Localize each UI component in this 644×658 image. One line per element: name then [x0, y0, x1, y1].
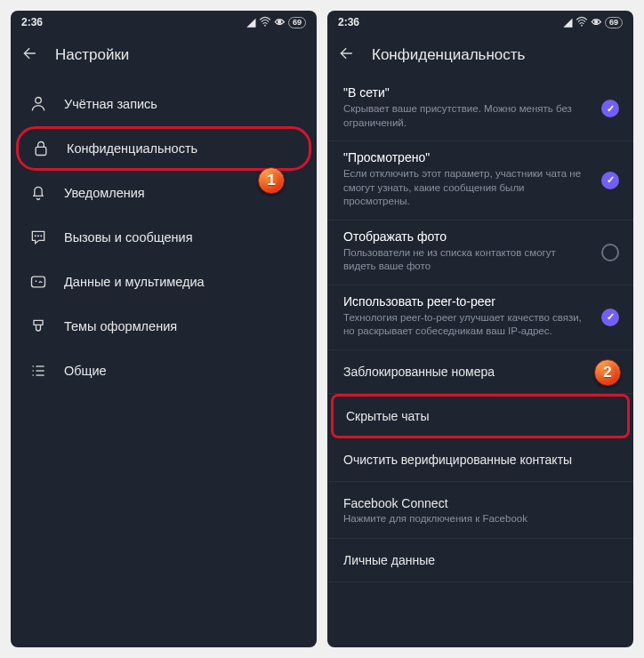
menu-label: Общие: [64, 364, 107, 378]
menu-label: Вызовы и сообщения: [64, 230, 193, 245]
setting-title: "В сети": [343, 85, 617, 100]
status-right: ◢ 👁 69: [564, 16, 623, 29]
back-icon[interactable]: [21, 44, 39, 66]
vibrate-icon: 👁: [275, 17, 285, 28]
setting-photo[interactable]: Отображать фото Пользователи не из списк…: [327, 221, 633, 285]
row-label: Facebook Connect: [343, 496, 617, 510]
status-bar: 2:36 ◢ 👁 69: [11, 11, 317, 34]
page-title: Конфиденциальность: [372, 46, 525, 64]
menu-label: Темы оформления: [64, 319, 177, 333]
svg-point-10: [32, 374, 34, 376]
wifi-icon: [259, 16, 271, 29]
menu-media[interactable]: Данные и мультимедиа: [11, 260, 317, 304]
row-blocked[interactable]: Заблокированные номера: [327, 350, 633, 394]
signal-icon: ◢: [247, 16, 255, 28]
row-facebook[interactable]: Facebook Connect Нажмите для подключения…: [327, 482, 633, 539]
menu-privacy[interactable]: Конфиденциальность: [16, 126, 311, 171]
media-icon: [28, 272, 48, 292]
setting-desc: Скрывает ваше присутствие. Можно менять …: [343, 102, 617, 130]
setting-title: Использовать peer-to-peer: [343, 294, 617, 309]
svg-point-3: [35, 236, 36, 237]
toggle-on[interactable]: [601, 172, 619, 189]
setting-title: "Просмотрено": [343, 150, 617, 164]
phone-left: 2:36 ◢ 👁 69 Настройки Учётная запись Кон…: [11, 11, 317, 647]
toggle-on[interactable]: [601, 309, 619, 326]
status-bar: 2:36 ◢ 👁 69: [327, 11, 633, 34]
setting-online[interactable]: "В сети" Скрывает ваше присутствие. Можн…: [327, 76, 633, 141]
row-label: Заблокированные номера: [343, 365, 495, 379]
battery-icon: 69: [605, 17, 623, 28]
toggle-on[interactable]: [601, 100, 619, 117]
svg-point-11: [581, 24, 583, 26]
menu-label: Данные и мультимедиа: [64, 275, 205, 289]
status-right: ◢ 👁 69: [247, 16, 306, 29]
brush-icon: [28, 317, 48, 336]
setting-desc: Если отключить этот параметр, участники …: [343, 167, 617, 209]
svg-point-0: [264, 24, 266, 26]
menu-label: Конфиденциальность: [67, 141, 197, 156]
row-clear-verified[interactable]: Очистить верифицированные контакты: [327, 438, 633, 482]
svg-point-8: [32, 365, 34, 367]
user-icon: [28, 94, 48, 114]
callout-badge-1: 1: [258, 167, 285, 194]
menu-account[interactable]: Учётная запись: [11, 82, 317, 126]
setting-desc: Технология peer-to-peer улучшает качеств…: [343, 311, 617, 339]
menu-calls[interactable]: Вызовы и сообщения: [11, 215, 317, 260]
menu-general[interactable]: Общие: [11, 349, 317, 393]
row-label: Личные данные: [343, 553, 435, 567]
phone-right: 2:36 ◢ 👁 69 Конфиденциальность "В сети" …: [327, 11, 633, 647]
header: Конфиденциальность: [327, 34, 633, 76]
row-personal-data[interactable]: Личные данные: [327, 539, 633, 582]
svg-point-1: [36, 98, 42, 104]
status-time: 2:36: [338, 16, 359, 28]
settings-menu: Учётная запись Конфиденциальность Уведом…: [11, 76, 317, 398]
list-icon: [28, 361, 48, 381]
lock-icon: [31, 139, 51, 158]
row-label: Очистить верифицированные контакты: [343, 453, 572, 467]
header: Настройки: [11, 34, 317, 76]
row-label: Скрытые чаты: [346, 409, 429, 423]
svg-point-5: [41, 236, 42, 237]
back-icon[interactable]: [338, 44, 356, 66]
svg-rect-6: [32, 277, 45, 287]
svg-rect-2: [36, 147, 46, 155]
setting-title: Отображать фото: [343, 229, 617, 244]
battery-icon: 69: [288, 17, 306, 28]
page-title: Настройки: [55, 46, 129, 64]
chat-icon: [28, 228, 48, 247]
setting-p2p[interactable]: Использовать peer-to-peer Технология pee…: [327, 285, 633, 350]
callout-badge-2: 2: [594, 359, 621, 386]
status-time: 2:36: [21, 16, 43, 28]
row-desc: Нажмите для подключения к Facebook: [343, 513, 617, 524]
menu-themes[interactable]: Темы оформления: [11, 304, 317, 349]
menu-label: Уведомления: [64, 186, 145, 200]
bell-icon: [28, 183, 48, 203]
setting-seen[interactable]: "Просмотрено" Если отключить этот параме…: [327, 141, 633, 221]
svg-point-9: [32, 370, 34, 372]
setting-desc: Пользователи не из списка контактов смог…: [343, 246, 617, 274]
menu-label: Учётная запись: [64, 97, 157, 111]
svg-point-7: [36, 280, 37, 282]
toggle-off[interactable]: [601, 244, 619, 261]
vibrate-icon: 👁: [592, 17, 601, 28]
signal-icon: ◢: [564, 16, 572, 28]
wifi-icon: [576, 16, 588, 29]
svg-point-4: [38, 236, 39, 237]
row-hidden-chats[interactable]: Скрытые чаты: [331, 394, 630, 438]
